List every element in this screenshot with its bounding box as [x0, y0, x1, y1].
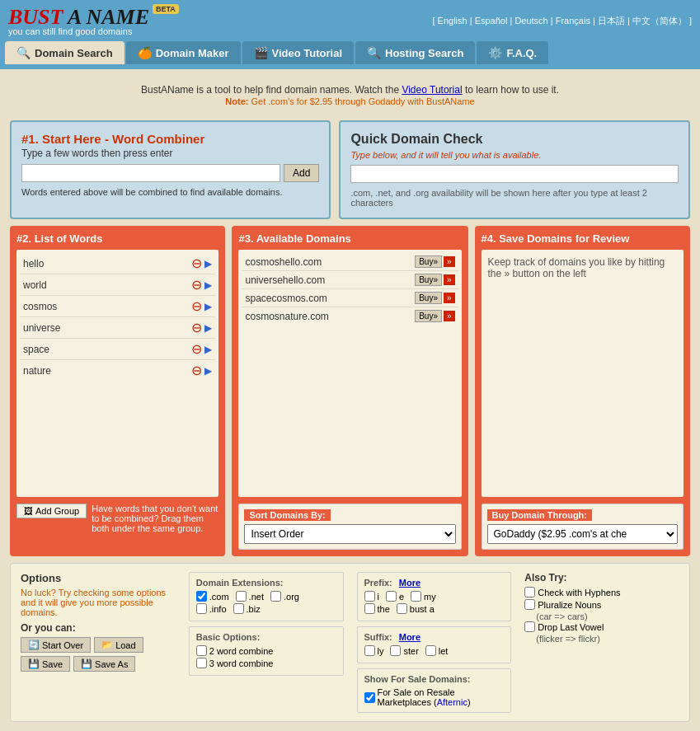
prefix-i-checkbox[interactable]: [364, 591, 375, 602]
word-arrow-icon[interactable]: ▶: [204, 322, 212, 334]
lang-chinese[interactable]: 中文（简体）: [632, 16, 687, 26]
tab-video-tutorial[interactable]: 🎬 Video Tutorial: [242, 41, 354, 64]
logo-beta: BETA: [153, 4, 179, 14]
word-arrow-icon[interactable]: ▶: [204, 279, 212, 291]
buy-button[interactable]: Buy»: [415, 310, 442, 322]
lang-francais[interactable]: Français: [556, 16, 590, 26]
drop-vowel-checkbox[interactable]: [524, 621, 535, 632]
basic-3word[interactable]: 3 word combine: [196, 658, 336, 668]
domain-label: spacecosmos.com: [245, 293, 327, 304]
add-group-button[interactable]: 🖼 Add Group: [16, 504, 87, 518]
prefix-busta-checkbox[interactable]: [397, 603, 407, 614]
buy-through-label: Buy Domain Through:: [487, 509, 593, 521]
2word-checkbox[interactable]: [196, 645, 207, 656]
also-hyphens[interactable]: Check with Hyphens: [524, 587, 679, 597]
buy-through-select[interactable]: GoDaddy ($2.95 .com's at che: [487, 524, 678, 544]
word-label: world: [23, 279, 47, 291]
word-arrow-icon[interactable]: ▶: [204, 365, 212, 377]
prefix-e[interactable]: e: [386, 591, 404, 602]
quick-check-hint: .com, .net, and .org availability will b…: [350, 188, 679, 208]
remove-word-icon[interactable]: ⊖: [191, 255, 202, 271]
add-word-button[interactable]: Add: [284, 164, 319, 182]
load-label: Load: [115, 640, 135, 650]
ext-net[interactable]: .net: [236, 591, 264, 602]
tab-faq[interactable]: ⚙️ F.A.Q.: [477, 41, 548, 64]
tab-hosting-search[interactable]: 🔍 Hosting Search: [355, 41, 475, 64]
basic-2word[interactable]: 2 word combine: [196, 645, 336, 656]
suffix-section: Suffix: More ly ster let: [357, 626, 512, 663]
ext-biz-checkbox[interactable]: [233, 603, 244, 614]
prefix-i[interactable]: i: [364, 591, 379, 602]
save-domain-button[interactable]: »: [444, 256, 455, 267]
save-as-button[interactable]: 💾 Save As: [73, 656, 135, 672]
word-combiner-input-row: Add: [21, 164, 319, 182]
prefix-the[interactable]: the: [364, 603, 390, 614]
suffix-let-checkbox[interactable]: [425, 645, 436, 656]
prefix-row-2: the bust a: [364, 603, 505, 614]
word-arrow-icon[interactable]: ▶: [204, 258, 212, 269]
video-tutorial-link[interactable]: Video Tutorial: [402, 84, 462, 96]
ext-info[interactable]: .info: [196, 603, 227, 614]
remove-word-icon[interactable]: ⊖: [191, 341, 202, 357]
remove-word-icon[interactable]: ⊖: [191, 277, 202, 293]
quick-check-input[interactable]: [350, 165, 679, 183]
suffix-ster[interactable]: ster: [390, 645, 418, 656]
suffix-let[interactable]: let: [425, 645, 449, 656]
hyphens-label: Check with Hyphens: [538, 588, 620, 597]
prefix-my[interactable]: my: [411, 591, 436, 602]
tab-domain-search[interactable]: 🔍 Domain Search: [5, 41, 124, 64]
logo-rest: A NAME: [68, 5, 149, 29]
remove-word-icon[interactable]: ⊖: [191, 320, 202, 335]
info-text-2: to learn how to use it.: [465, 84, 559, 96]
tab-hosting-search-label: Hosting Search: [385, 47, 463, 59]
start-over-button[interactable]: 🔄 Start Over: [21, 637, 91, 653]
ext-info-checkbox[interactable]: [196, 603, 207, 614]
prefix-busta[interactable]: bust a: [397, 603, 435, 614]
lang-japanese[interactable]: 日本語: [598, 16, 625, 26]
save-domain-button[interactable]: »: [444, 274, 455, 285]
save-domain-button[interactable]: »: [444, 293, 455, 303]
sort-select[interactable]: Insert Order: [244, 524, 455, 544]
lang-espanol[interactable]: Español: [475, 16, 508, 26]
add-group-hint: Have words that you don't want to be com…: [92, 504, 218, 533]
prefix-the-checkbox[interactable]: [364, 603, 375, 614]
word-controls: ⊖ ▶: [191, 277, 212, 293]
word-arrow-icon[interactable]: ▶: [204, 344, 212, 355]
pluralize-checkbox[interactable]: [524, 599, 535, 610]
word-controls: ⊖ ▶: [191, 320, 212, 335]
sale-afternic-checkbox[interactable]: [364, 692, 375, 703]
tab-domain-maker[interactable]: 🍊 Domain Maker: [126, 41, 241, 64]
save-button[interactable]: 💾 Save: [21, 656, 70, 672]
word-arrow-icon[interactable]: ▶: [204, 301, 212, 312]
logo-area: BUST A NAMEBETA you can still find good …: [8, 5, 179, 36]
buy-button[interactable]: Buy»: [415, 274, 442, 286]
also-pluralize[interactable]: Pluralize Nouns: [524, 599, 679, 610]
suffix-ly-checkbox[interactable]: [364, 645, 375, 656]
sale-afternic[interactable]: For Sale on Resale Marketplaces (Afterni…: [364, 687, 505, 707]
ext-biz[interactable]: .biz: [233, 603, 261, 614]
prefix-e-checkbox[interactable]: [386, 591, 397, 602]
ext-org[interactable]: .org: [270, 591, 299, 602]
suffix-more-link[interactable]: More: [399, 632, 420, 642]
ext-org-checkbox[interactable]: [270, 591, 281, 602]
lang-english[interactable]: English: [438, 16, 467, 26]
suffix-ster-checkbox[interactable]: [390, 645, 401, 656]
load-button[interactable]: 📂 Load: [94, 637, 143, 653]
word-input[interactable]: [21, 164, 280, 182]
suffix-ly[interactable]: ly: [364, 645, 384, 656]
save-domain-button[interactable]: »: [444, 311, 455, 321]
lang-deutsch[interactable]: Deutsch: [514, 16, 547, 26]
ext-net-checkbox[interactable]: [236, 591, 247, 602]
remove-word-icon[interactable]: ⊖: [191, 298, 202, 314]
buy-button[interactable]: Buy»: [415, 292, 442, 304]
ext-com-checkbox[interactable]: [196, 591, 207, 602]
also-drop-vowel[interactable]: Drop Last Vowel: [524, 621, 679, 632]
ext-com[interactable]: .com: [196, 591, 229, 602]
hyphens-checkbox[interactable]: [524, 587, 535, 597]
language-bar: [ English | Español | Deutsch | Français…: [432, 15, 692, 27]
3word-checkbox[interactable]: [196, 658, 207, 668]
prefix-more-link[interactable]: More: [399, 578, 420, 588]
remove-word-icon[interactable]: ⊖: [191, 363, 202, 378]
prefix-my-checkbox[interactable]: [411, 591, 421, 602]
buy-button[interactable]: Buy»: [415, 255, 442, 268]
